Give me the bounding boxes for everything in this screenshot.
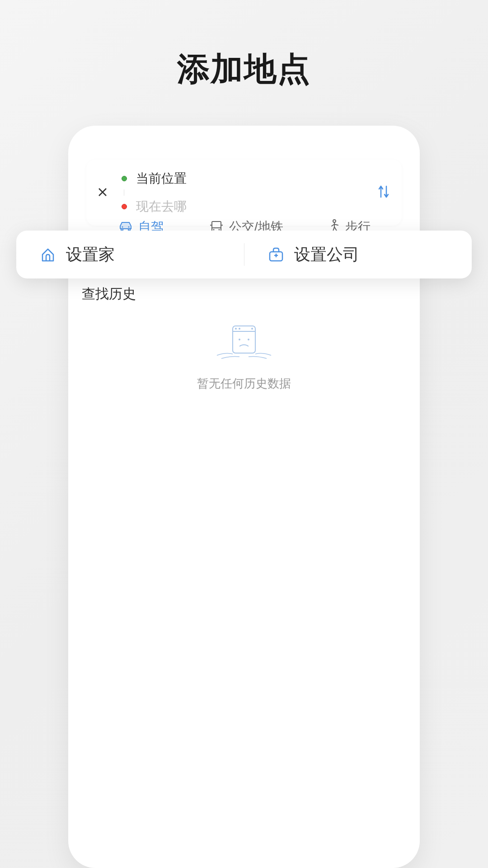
- location-inputs: 当前位置 现在去哪: [122, 168, 367, 217]
- empty-message: 暂无任何历史数据: [197, 376, 291, 392]
- svg-point-1: [128, 226, 130, 228]
- close-button[interactable]: [97, 184, 108, 201]
- page-title: 添加地点: [0, 47, 488, 91]
- origin-dot-icon: [122, 176, 127, 181]
- set-company-label: 设置公司: [294, 244, 359, 266]
- svg-point-14: [239, 339, 240, 340]
- empty-state: 暂无任何历史数据: [82, 321, 406, 392]
- set-company-button[interactable]: 设置公司: [244, 244, 472, 266]
- svg-point-15: [248, 339, 249, 340]
- set-home-button[interactable]: 设置家: [16, 244, 244, 266]
- svg-point-11: [235, 328, 237, 330]
- origin-text: 当前位置: [136, 170, 187, 187]
- home-icon: [39, 245, 57, 264]
- history-title: 查找历史: [82, 285, 406, 303]
- history-section: 查找历史 暂无任何历史数据: [82, 285, 406, 392]
- svg-point-13: [251, 328, 253, 330]
- swap-button[interactable]: [376, 183, 391, 203]
- close-icon: [97, 187, 108, 198]
- empty-illustration-icon: [208, 321, 280, 367]
- dots-connector: [124, 189, 124, 196]
- svg-rect-9: [233, 326, 255, 353]
- svg-point-12: [239, 328, 240, 330]
- quick-set-card: 设置家 设置公司: [16, 231, 472, 278]
- origin-row[interactable]: 当前位置: [122, 168, 367, 189]
- svg-point-0: [122, 226, 123, 228]
- destination-dot-icon: [122, 204, 127, 209]
- set-home-label: 设置家: [66, 244, 115, 266]
- destination-placeholder: 现在去哪: [136, 198, 187, 215]
- swap-icon: [376, 183, 391, 201]
- briefcase-icon: [267, 245, 285, 264]
